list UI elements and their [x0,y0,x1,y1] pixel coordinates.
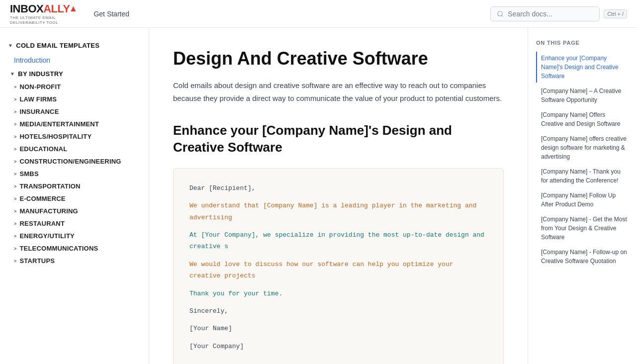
svg-point-0 [498,11,502,15]
section1-heading: Enhance your [Company Name]'s Design and… [173,122,504,156]
email-line-10: Sincerely, [189,305,487,317]
sidebar-item-smbs[interactable]: > SMBS [0,168,149,180]
logo-subtitle: THE ULTIMATE EMAIL DELIVERABILITY TOOL [10,15,70,25]
industry-label-8: TRANSPORTATION [19,182,80,190]
search-box[interactable] [490,6,600,21]
sidebar-item-energy-utility[interactable]: > ENERGY/UTILITY [0,230,149,242]
email-line-4: At [Your Company], we specialize in prov… [189,229,487,253]
chevron-right-icon-0: > [14,85,16,90]
main-content: Design And Creative Software Cold emails… [149,28,528,364]
industry-label-9: E-COMMERCE [19,195,65,202]
sidebar-item-introduction[interactable]: Introduction [0,53,149,67]
toc-title: ON THIS PAGE [536,40,629,46]
email-gap-2 [189,253,487,259]
chevron-down-icon-industry: ▼ [10,71,15,77]
email-template-box: Dear [Recipient], We understand that [Co… [173,168,504,364]
email-line-14: [Your Company] [189,341,487,352]
toc-sidebar: ON THIS PAGE Enhance your [Company Name]… [528,28,637,364]
logo[interactable]: INBOX ALLY ▲ THE ULTIMATE EMAIL DELIVERA… [10,2,78,25]
industry-label-5: EDUCATIONAL [19,145,67,153]
chevron-right-icon-9: > [14,196,16,201]
email-gap-5 [189,317,487,323]
chevron-down-icon: ▼ [8,43,13,48]
logo-arrow-icon: ▲ [69,3,78,14]
header: INBOX ALLY ▲ THE ULTIMATE EMAIL DELIVERA… [0,0,637,28]
logo-inbox-text: INBOX [10,2,43,15]
toc-item-0[interactable]: Enhance your [Company Name]'s Design and… [536,52,629,83]
email-gap-0 [189,194,487,200]
chevron-right-icon-13: > [14,246,16,251]
email-line-8: Thank you for your time. [189,288,487,299]
sidebar-item-transportation[interactable]: > TRANSPORTATION [0,180,149,192]
logo-ally-text: ALLY [43,2,70,15]
industry-label-10: MANUFACTURING [19,207,78,215]
chevron-right-icon-11: > [14,221,16,226]
sidebar-item-telecommunications[interactable]: > TELECOMMUNICATIONS [0,242,149,255]
toc-item-4[interactable]: [Company Name] - Thank you for attending… [536,165,629,187]
chevron-right-icon-14: > [14,259,16,264]
chevron-right-icon-10: > [14,209,16,214]
toc-item-5[interactable]: [Company Name] Follow Up After Product D… [536,189,629,211]
sidebar-item-ecommerce[interactable]: > E-COMMERCE [0,192,149,205]
email-line-0: Dear [Recipient], [189,182,487,194]
sidebar: ▼ COLD EMAIL TEMPLATES Introduction ▼ BY… [0,28,149,364]
industry-label-13: TELECOMMUNICATIONS [19,245,98,252]
email-gap-4 [189,299,487,305]
svg-line-1 [502,15,503,16]
sidebar-item-restaurant[interactable]: > RESTAURANT [0,217,149,230]
email-gap-1 [189,223,487,229]
sidebar-item-media-entertainment[interactable]: > MEDIA/ENTERTAINMENT [0,118,149,130]
chevron-right-icon-4: > [14,134,16,139]
industry-label-3: MEDIA/ENTERTAINMENT [19,120,99,128]
sidebar-item-manufacturing[interactable]: > MANUFACTURING [0,205,149,217]
keyboard-shortcut: Ctrl + / [604,9,627,18]
chevron-right-icon-7: > [14,172,16,177]
sidebar-by-industry-toggle[interactable]: ▼ BY INDUSTRY [0,67,149,81]
industry-label-14: STARTUPS [19,257,55,265]
industry-label-6: CONSTRUCTION/ENGINEERING [19,158,121,165]
industry-label-4: HOTELS/HOSPITALITY [19,133,91,140]
by-industry-label: BY INDUSTRY [18,70,63,78]
sidebar-item-insurance[interactable]: > INSURANCE [0,105,149,118]
sidebar-section-cold-email[interactable]: ▼ COLD EMAIL TEMPLATES [0,38,149,53]
page-title: Design And Creative Software [173,48,504,69]
industry-label-1: LAW FIRMS [19,95,57,103]
sidebar-item-startups[interactable]: > STARTUPS [0,255,149,267]
sidebar-group-by-industry: ▼ BY INDUSTRY > NON-PROFIT > LAW FIRMS >… [0,67,149,267]
sidebar-section-title-label: COLD EMAIL TEMPLATES [16,42,99,49]
chevron-right-icon-6: > [14,159,16,164]
sidebar-item-educational[interactable]: > EDUCATIONAL [0,143,149,155]
email-gap-3 [189,282,487,288]
chevron-right-icon-8: > [14,184,16,189]
toc-item-7[interactable]: [Company Name] - Follow-up on Creative S… [536,246,629,268]
industry-label-0: NON-PROFIT [19,83,61,91]
toc-item-3[interactable]: [Company Name] offers creative design so… [536,132,629,163]
email-line-6: We would love to discuss how our softwar… [189,259,487,282]
industry-label-11: RESTAURANT [19,220,65,227]
industry-items-list: > NON-PROFIT > LAW FIRMS > INSURANCE > M… [0,81,149,267]
toc-item-1[interactable]: [Company Name] – A Creative Software Opp… [536,85,629,106]
chevron-right-icon-3: > [14,122,16,127]
email-line-12: [Your Name] [189,323,487,334]
toc-item-6[interactable]: [Company Name] - Get the Most from Your … [536,213,629,244]
sidebar-item-non-profit[interactable]: > NON-PROFIT [0,81,149,93]
chevron-right-icon-1: > [14,97,16,102]
email-gap-6 [189,335,487,341]
chevron-right-icon-5: > [14,147,16,152]
industry-label-12: ENERGY/UTILITY [19,232,74,240]
industry-label-7: SMBS [19,170,38,178]
nav-get-started[interactable]: Get Started [93,10,129,18]
search-icon [497,10,504,17]
layout: ▼ COLD EMAIL TEMPLATES Introduction ▼ BY… [0,28,637,364]
chevron-right-icon-12: > [14,234,16,239]
search-input[interactable] [508,10,593,18]
toc-item-2[interactable]: [Company Name] Offers Creative and Desig… [536,108,629,130]
industry-label-2: INSURANCE [19,108,59,115]
search-area: Ctrl + / [490,6,627,21]
sidebar-item-construction-engineering[interactable]: > CONSTRUCTION/ENGINEERING [0,155,149,168]
sidebar-item-hotels-hospitality[interactable]: > HOTELS/HOSPITALITY [0,130,149,143]
email-line-2: We understand that [Company Name] is a l… [189,200,487,223]
chevron-right-icon-2: > [14,109,16,114]
sidebar-item-law-firms[interactable]: > LAW FIRMS [0,93,149,105]
main-nav: Get Started [93,10,141,18]
